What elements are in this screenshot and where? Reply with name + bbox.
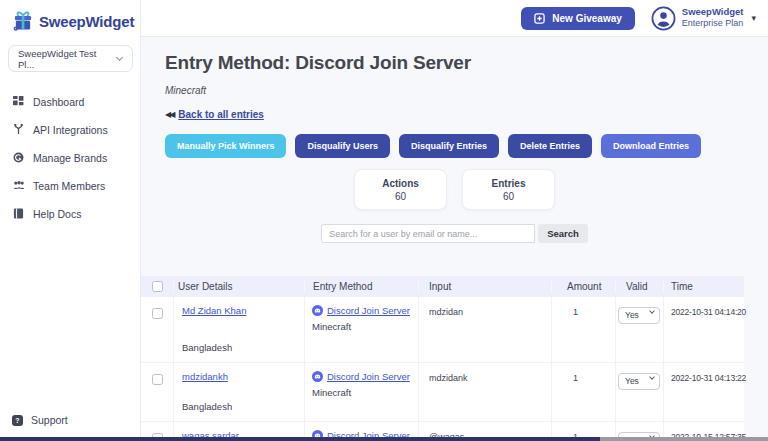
search-button[interactable]: Search [538, 224, 588, 243]
rewind-icon: ◀◀ [165, 110, 173, 119]
sidebar-item-label: Manage Brands [33, 152, 107, 164]
workspace-label: SweepWidget Test Pl... [18, 48, 114, 70]
sidebar-item-label: Team Members [33, 180, 105, 192]
sidebar-nav: Dashboard API Integrations Manage Brands… [8, 90, 132, 225]
sidebar-item-api-integrations[interactable]: API Integrations [8, 118, 132, 141]
entry-input: mdzidan [419, 297, 552, 362]
column-header-input: Input [419, 281, 552, 292]
select-all-checkbox[interactable] [152, 281, 163, 292]
search-input[interactable] [321, 224, 535, 243]
sidebar-item-dashboard[interactable]: Dashboard [8, 90, 132, 113]
table-row: Md Zidan Khan Bangladesh Discord Join Se… [141, 297, 744, 363]
column-header-valid: Valid [616, 281, 664, 292]
sidebar-item-support[interactable]: ? Support [8, 409, 132, 431]
column-header-entry-method: Entry Method [305, 281, 419, 292]
caret-down-icon: ▾ [751, 13, 756, 23]
table-header-row: User Details Entry Method Input Amount V… [141, 276, 744, 297]
table-row: mdzidankh Bangladesh Discord Join Server… [141, 363, 744, 422]
bottom-progress-fill [0, 437, 600, 441]
sidebar-item-manage-brands[interactable]: Manage Brands [8, 146, 132, 169]
entry-amount: 1 [552, 363, 616, 421]
dashboard-grid-icon [12, 95, 25, 108]
actions-stat-card: Actions 60 [354, 169, 447, 210]
valid-select[interactable]: Yes [618, 373, 660, 390]
column-header-time: Time [664, 281, 744, 292]
brand-logo[interactable]: SweepWidget [8, 10, 132, 32]
chat-question-icon: ? [12, 415, 23, 426]
main-area: New Giveaway SweepWidget Enterprise Plan… [141, 0, 768, 441]
topbar: New Giveaway SweepWidget Enterprise Plan… [141, 0, 768, 37]
user-link[interactable]: mdzidankh [182, 371, 300, 382]
account-plan: Enterprise Plan [682, 18, 744, 29]
entries-table: User Details Entry Method Input Amount V… [141, 276, 744, 441]
page-title: Entry Method: Discord Join Server [165, 52, 768, 74]
account-name: SweepWidget [682, 6, 744, 18]
entry-method-link[interactable]: Discord Join Server [327, 371, 410, 382]
bottom-progress-bar [0, 437, 768, 441]
stat-label: Entries [492, 178, 526, 189]
download-entries-button[interactable]: Download Entries [601, 134, 701, 158]
disqualify-users-button[interactable]: Disqualify Users [295, 134, 390, 158]
brand-name: SweepWidget [39, 13, 134, 30]
search-row: Search [165, 224, 744, 243]
account-menu[interactable]: SweepWidget Enterprise Plan ▾ [651, 6, 756, 31]
avatar [651, 6, 676, 31]
stat-value: 60 [503, 191, 514, 202]
sidebar-item-label: Help Docs [33, 208, 81, 220]
user-country: Bangladesh [182, 342, 300, 353]
valid-select[interactable]: Yes [618, 307, 660, 324]
discord-icon [312, 371, 323, 382]
add-box-icon [534, 13, 545, 24]
sidebar-item-label: API Integrations [33, 124, 108, 136]
git-branch-icon [12, 123, 25, 136]
entry-method-campaign: Minecraft [312, 321, 414, 332]
entry-method-campaign: Minecraft [312, 387, 414, 398]
entry-time: 2022-10-31 04:13:22 [664, 363, 744, 421]
entry-time: 2022-10-31 04:14:20 [664, 297, 744, 362]
campaign-name: Minecraft [165, 85, 768, 96]
sidebar-item-team-members[interactable]: Team Members [8, 174, 132, 197]
entries-stat-card: Entries 60 [462, 169, 555, 210]
app-window: SweepWidget SweepWidget Test Pl... Dashb… [0, 0, 768, 441]
user-country: Bangladesh [182, 401, 300, 412]
row-checkbox[interactable] [152, 308, 163, 319]
back-to-entries-link[interactable]: ◀◀ Back to all entries [165, 109, 264, 120]
row-checkbox[interactable] [152, 374, 163, 385]
sidebar-item-label: Dashboard [33, 96, 84, 108]
delete-entries-button[interactable]: Delete Entries [508, 134, 592, 158]
manually-pick-winners-button[interactable]: Manually Pick Winners [165, 134, 286, 158]
user-link[interactable]: Md Zidan Khan [182, 305, 300, 316]
gift-icon [12, 10, 34, 32]
stat-value: 60 [395, 191, 406, 202]
workspace-selector[interactable]: SweepWidget Test Pl... [8, 45, 132, 72]
team-people-icon [12, 179, 25, 192]
sidebar: SweepWidget SweepWidget Test Pl... Dashb… [0, 0, 141, 441]
column-header-user-details: User Details [174, 281, 305, 292]
disqualify-entries-button[interactable]: Disqualify Entries [399, 134, 499, 158]
book-icon [12, 207, 25, 220]
sidebar-item-help-docs[interactable]: Help Docs [8, 202, 132, 225]
entry-input: mdzidank [419, 363, 552, 421]
column-header-amount: Amount [552, 281, 616, 292]
entry-method-link[interactable]: Discord Join Server [327, 305, 410, 316]
new-giveaway-button[interactable]: New Giveaway [521, 7, 634, 30]
stat-label: Actions [382, 178, 419, 189]
bulk-actions-row: Manually Pick Winners Disqualify Users D… [165, 134, 768, 158]
discord-icon [312, 305, 323, 316]
entry-amount: 1 [552, 297, 616, 362]
stats-row: Actions 60 Entries 60 [165, 169, 744, 210]
brand-circle-icon [12, 151, 25, 164]
page-content: Entry Method: Discord Join Server Minecr… [141, 37, 768, 441]
support-label: Support [31, 414, 68, 426]
